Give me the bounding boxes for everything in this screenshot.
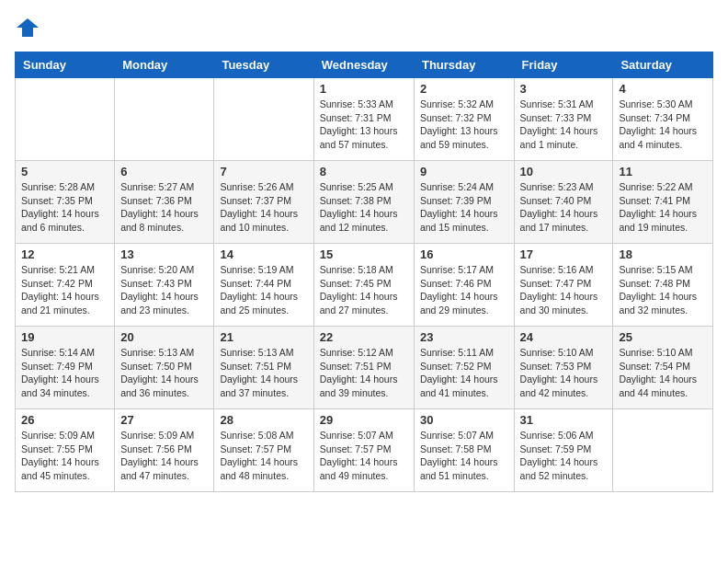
logo [15,15,44,40]
calendar-table: SundayMondayTuesdayWednesdayThursdayFrid… [15,52,713,492]
day-number: 24 [520,330,608,344]
day-number: 14 [220,247,307,261]
day-info: Sunrise: 5:06 AMSunset: 7:59 PMDaylight:… [520,429,608,483]
calendar-cell [115,78,214,161]
day-info: Sunrise: 5:17 AMSunset: 7:46 PMDaylight:… [420,263,508,317]
calendar-cell: 27Sunrise: 5:09 AMSunset: 7:56 PMDayligh… [115,409,214,492]
day-number: 17 [520,247,608,261]
day-info: Sunrise: 5:30 AMSunset: 7:34 PMDaylight:… [619,98,707,152]
calendar-week-5: 26Sunrise: 5:09 AMSunset: 7:55 PMDayligh… [16,409,713,492]
calendar-cell: 17Sunrise: 5:16 AMSunset: 7:47 PMDayligh… [514,244,613,327]
calendar-week-1: 1Sunrise: 5:33 AMSunset: 7:31 PMDaylight… [16,78,713,161]
calendar-cell: 14Sunrise: 5:19 AMSunset: 7:44 PMDayligh… [214,244,313,327]
day-number: 8 [320,165,408,178]
calendar-cell: 13Sunrise: 5:20 AMSunset: 7:43 PMDayligh… [115,244,214,327]
calendar-cell: 20Sunrise: 5:13 AMSunset: 7:50 PMDayligh… [115,327,214,409]
weekday-header-thursday: Thursday [414,52,514,78]
day-number: 6 [120,165,208,178]
day-number: 3 [520,82,608,96]
calendar-week-3: 12Sunrise: 5:21 AMSunset: 7:42 PMDayligh… [16,244,713,327]
calendar-cell: 1Sunrise: 5:33 AMSunset: 7:31 PMDaylight… [313,78,414,161]
day-number: 5 [21,165,108,178]
calendar-cell: 11Sunrise: 5:22 AMSunset: 7:41 PMDayligh… [613,161,713,244]
calendar-cell: 23Sunrise: 5:11 AMSunset: 7:52 PMDayligh… [414,327,514,409]
calendar-cell: 9Sunrise: 5:24 AMSunset: 7:39 PMDaylight… [414,161,514,244]
day-info: Sunrise: 5:13 AMSunset: 7:51 PMDaylight:… [220,346,307,400]
calendar-cell: 10Sunrise: 5:23 AMSunset: 7:40 PMDayligh… [514,161,613,244]
day-number: 11 [619,165,707,178]
day-number: 12 [21,247,108,261]
day-info: Sunrise: 5:09 AMSunset: 7:55 PMDaylight:… [21,429,108,483]
day-info: Sunrise: 5:21 AMSunset: 7:42 PMDaylight:… [21,263,108,317]
calendar-cell: 21Sunrise: 5:13 AMSunset: 7:51 PMDayligh… [214,327,313,409]
calendar-cell: 6Sunrise: 5:27 AMSunset: 7:36 PMDaylight… [115,161,214,244]
day-info: Sunrise: 5:27 AMSunset: 7:36 PMDaylight:… [120,180,208,235]
day-info: Sunrise: 5:07 AMSunset: 7:58 PMDaylight:… [420,429,508,483]
weekday-header-friday: Friday [514,52,613,78]
calendar-cell: 28Sunrise: 5:08 AMSunset: 7:57 PMDayligh… [214,409,313,492]
calendar-cell: 8Sunrise: 5:25 AMSunset: 7:38 PMDaylight… [313,161,414,244]
calendar-cell [16,78,115,161]
day-number: 19 [21,330,108,344]
weekday-header-row: SundayMondayTuesdayWednesdayThursdayFrid… [16,52,713,78]
day-info: Sunrise: 5:25 AMSunset: 7:38 PMDaylight:… [320,180,408,235]
day-info: Sunrise: 5:33 AMSunset: 7:31 PMDaylight:… [320,98,408,152]
day-info: Sunrise: 5:15 AMSunset: 7:48 PMDaylight:… [619,263,707,317]
day-info: Sunrise: 5:14 AMSunset: 7:49 PMDaylight:… [21,346,108,400]
calendar-cell: 7Sunrise: 5:26 AMSunset: 7:37 PMDaylight… [214,161,313,244]
calendar-cell: 19Sunrise: 5:14 AMSunset: 7:49 PMDayligh… [16,327,115,409]
calendar-cell: 29Sunrise: 5:07 AMSunset: 7:57 PMDayligh… [313,409,414,492]
day-info: Sunrise: 5:10 AMSunset: 7:53 PMDaylight:… [520,346,608,400]
day-info: Sunrise: 5:07 AMSunset: 7:57 PMDaylight:… [320,429,408,483]
calendar-cell: 4Sunrise: 5:30 AMSunset: 7:34 PMDaylight… [613,78,713,161]
calendar-cell [214,78,313,161]
day-info: Sunrise: 5:08 AMSunset: 7:57 PMDaylight:… [220,429,307,483]
day-info: Sunrise: 5:24 AMSunset: 7:39 PMDaylight:… [420,180,508,235]
calendar-cell: 25Sunrise: 5:10 AMSunset: 7:54 PMDayligh… [613,327,713,409]
calendar-cell: 2Sunrise: 5:32 AMSunset: 7:32 PMDaylight… [414,78,514,161]
day-number: 13 [120,247,208,261]
logo-icon [15,15,40,40]
day-number: 20 [120,330,208,344]
day-number: 21 [220,330,307,344]
calendar-cell: 22Sunrise: 5:12 AMSunset: 7:51 PMDayligh… [313,327,414,409]
calendar-cell: 30Sunrise: 5:07 AMSunset: 7:58 PMDayligh… [414,409,514,492]
svg-marker-0 [17,18,39,37]
day-number: 18 [619,247,707,261]
day-info: Sunrise: 5:09 AMSunset: 7:56 PMDaylight:… [120,429,208,483]
weekday-header-wednesday: Wednesday [313,52,414,78]
day-info: Sunrise: 5:26 AMSunset: 7:37 PMDaylight:… [220,180,307,235]
day-number: 4 [619,82,707,96]
day-info: Sunrise: 5:18 AMSunset: 7:45 PMDaylight:… [320,263,408,317]
calendar-week-4: 19Sunrise: 5:14 AMSunset: 7:49 PMDayligh… [16,327,713,409]
day-number: 2 [420,82,508,96]
day-info: Sunrise: 5:16 AMSunset: 7:47 PMDaylight:… [520,263,608,317]
day-info: Sunrise: 5:23 AMSunset: 7:40 PMDaylight:… [520,180,608,235]
day-info: Sunrise: 5:20 AMSunset: 7:43 PMDaylight:… [120,263,208,317]
day-number: 27 [120,413,208,427]
day-info: Sunrise: 5:28 AMSunset: 7:35 PMDaylight:… [21,180,108,235]
day-number: 16 [420,247,508,261]
calendar-cell: 15Sunrise: 5:18 AMSunset: 7:45 PMDayligh… [313,244,414,327]
day-number: 28 [220,413,307,427]
calendar-cell: 12Sunrise: 5:21 AMSunset: 7:42 PMDayligh… [16,244,115,327]
calendar-cell: 24Sunrise: 5:10 AMSunset: 7:53 PMDayligh… [514,327,613,409]
day-info: Sunrise: 5:32 AMSunset: 7:32 PMDaylight:… [420,98,508,152]
day-info: Sunrise: 5:11 AMSunset: 7:52 PMDaylight:… [420,346,508,400]
page-header [15,15,713,40]
day-number: 26 [21,413,108,427]
calendar-cell: 5Sunrise: 5:28 AMSunset: 7:35 PMDaylight… [16,161,115,244]
calendar-cell: 31Sunrise: 5:06 AMSunset: 7:59 PMDayligh… [514,409,613,492]
calendar-cell: 26Sunrise: 5:09 AMSunset: 7:55 PMDayligh… [16,409,115,492]
calendar-cell: 3Sunrise: 5:31 AMSunset: 7:33 PMDaylight… [514,78,613,161]
calendar-cell [613,409,713,492]
day-info: Sunrise: 5:19 AMSunset: 7:44 PMDaylight:… [220,263,307,317]
day-number: 30 [420,413,508,427]
day-number: 25 [619,330,707,344]
calendar-cell: 16Sunrise: 5:17 AMSunset: 7:46 PMDayligh… [414,244,514,327]
day-number: 23 [420,330,508,344]
calendar-week-2: 5Sunrise: 5:28 AMSunset: 7:35 PMDaylight… [16,161,713,244]
day-info: Sunrise: 5:10 AMSunset: 7:54 PMDaylight:… [619,346,707,400]
day-number: 22 [320,330,408,344]
weekday-header-sunday: Sunday [16,52,115,78]
